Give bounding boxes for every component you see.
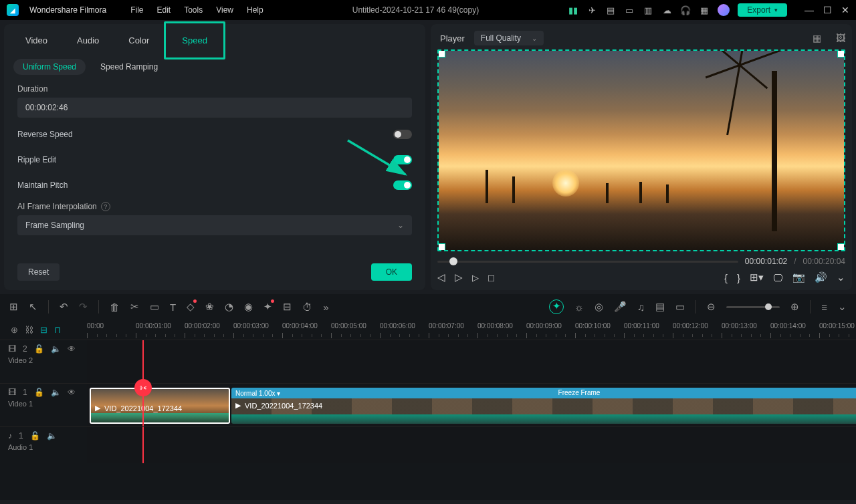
scrub-bar[interactable] [437, 261, 738, 263]
crop-icon[interactable]: ▭ [150, 301, 159, 313]
volume-icon[interactable]: 🔊 [815, 271, 827, 283]
reset-button[interactable]: Reset [17, 263, 60, 281]
mic-icon[interactable]: 🎤 [614, 301, 627, 313]
mark-in-icon[interactable]: { [724, 272, 728, 283]
shield-icon[interactable]: ◎ [595, 301, 603, 313]
color-icon[interactable]: ◉ [244, 301, 253, 313]
link-icon[interactable]: ⛓ [25, 325, 33, 335]
track-content[interactable]: ▶ VID_20221004_172344 Normal 1.00x ▾ Fre… [87, 384, 856, 426]
sub-tab-speed-ramping[interactable]: Speed Ramping [91, 59, 167, 75]
play-forward-button[interactable]: ▷ [472, 273, 479, 283]
clip-freeze[interactable]: Normal 1.00x ▾ Freeze Frame Normal 1.00x… [231, 388, 856, 424]
menu-help[interactable]: Help [247, 5, 263, 15]
playhead[interactable] [142, 427, 144, 463]
cloud-icon[interactable]: ☁ [661, 5, 672, 15]
display-icon[interactable]: 🖵 [773, 272, 783, 283]
ai-assist-icon[interactable]: ✦ [549, 299, 564, 314]
stop-button[interactable]: □ [488, 272, 494, 283]
mute-icon[interactable]: 🔈 [47, 431, 57, 440]
quality-selector[interactable]: Full Quality ⌄ [474, 31, 544, 45]
lock-icon[interactable]: 🔓 [30, 431, 40, 440]
text-icon[interactable]: T [170, 301, 176, 313]
music-icon[interactable]: ♫ [637, 301, 645, 313]
mute-icon[interactable]: 🔈 [51, 388, 61, 397]
layout-icon[interactable]: ▥ [643, 5, 653, 15]
track-content[interactable]: ✂ [87, 340, 856, 383]
resize-handle[interactable] [437, 243, 445, 251]
sub-tab-uniform-speed[interactable]: Uniform Speed [13, 59, 86, 75]
shape-icon[interactable]: ◇ [187, 301, 195, 313]
tool-layout-icon[interactable]: ⊞ [9, 301, 18, 313]
magnet-icon[interactable]: ⊓ [54, 325, 61, 335]
mark-out-icon[interactable]: } [737, 272, 740, 283]
template-icon[interactable]: ▤ [605, 5, 616, 15]
more-tools-icon[interactable]: » [323, 301, 328, 313]
timeline-ruler[interactable]: 00:0000:00:01:0000:00:02:0000:00:03:0000… [87, 320, 856, 340]
help-icon[interactable]: ? [101, 202, 110, 211]
maximize-button[interactable]: ☐ [823, 5, 832, 15]
mute-icon[interactable]: 🔈 [51, 344, 61, 354]
maintain-pitch-toggle[interactable] [393, 180, 412, 190]
redo-icon[interactable]: ↷ [79, 301, 88, 313]
resize-handle[interactable] [837, 49, 845, 57]
lock-icon[interactable]: 🔓 [34, 388, 44, 397]
eye-icon[interactable]: 👁 [68, 388, 76, 397]
screen-icon[interactable]: ▭ [624, 5, 635, 15]
profile-avatar[interactable] [718, 4, 730, 16]
close-button[interactable]: ✕ [841, 5, 849, 15]
ok-button[interactable]: OK [371, 263, 412, 281]
track-content[interactable] [87, 427, 856, 463]
scissors-icon[interactable]: ✂ [130, 301, 139, 313]
duration-input[interactable]: 00:00:02:46 [17, 98, 412, 118]
tab-audio[interactable]: Audio [62, 29, 114, 52]
reverse-speed-toggle[interactable] [393, 130, 412, 139]
marker-rect-icon[interactable]: ▭ [675, 301, 685, 313]
apps-icon[interactable]: ▦ [699, 5, 710, 15]
ratio-icon[interactable]: ⊞▾ [750, 271, 764, 283]
eye-icon[interactable]: 👁 [68, 344, 76, 354]
play-button[interactable]: ▷ [455, 271, 463, 283]
timer-icon[interactable]: ⏱ [302, 301, 312, 313]
minimize-button[interactable]: — [805, 5, 814, 15]
ai-interp-select[interactable]: Frame Sampling ⌄ [17, 215, 412, 235]
resize-handle[interactable] [837, 243, 845, 251]
chevron-down-icon[interactable]: ⌄ [838, 301, 847, 313]
send-icon[interactable]: ✈ [586, 5, 597, 15]
grid-icon[interactable]: ⊟ [283, 301, 292, 313]
zoom-in-icon[interactable]: ⊕ [790, 301, 799, 313]
lock-icon[interactable]: 🔓 [34, 344, 44, 354]
snapshot-icon[interactable]: 📷 [792, 271, 805, 283]
scrub-handle[interactable] [449, 257, 457, 265]
zoom-handle[interactable] [765, 303, 772, 310]
menu-tools[interactable]: Tools [184, 5, 203, 15]
tool-pointer-icon[interactable]: ↖ [29, 301, 37, 313]
effects-icon[interactable]: ❀ [205, 301, 214, 313]
resize-handle[interactable] [437, 49, 445, 57]
speed-icon[interactable]: ◔ [225, 301, 233, 313]
sun-icon[interactable]: ☼ [574, 301, 584, 313]
tab-color[interactable]: Color [114, 29, 164, 52]
ai-sparkle-icon[interactable]: ✦ [263, 301, 272, 313]
delete-icon[interactable]: 🗑 [110, 301, 120, 313]
playhead[interactable]: ✂ [142, 340, 144, 383]
zoom-slider[interactable] [726, 306, 780, 308]
snap-icon[interactable]: ⊟ [40, 325, 47, 335]
add-track-icon[interactable]: ⊕ [11, 325, 18, 335]
menu-edit[interactable]: Edit [157, 5, 171, 15]
gift-icon[interactable]: ▮▮ [568, 5, 578, 15]
playhead[interactable] [142, 384, 144, 426]
undo-icon[interactable]: ↶ [60, 301, 68, 313]
grid-view-icon[interactable]: ▦ [813, 33, 821, 43]
prev-frame-button[interactable]: ◁ [437, 271, 445, 283]
picture-view-icon[interactable]: 🖼 [836, 33, 845, 43]
clip-selected[interactable]: ▶ VID_20221004_172344 [90, 388, 230, 424]
export-button[interactable]: Export ▾ [738, 3, 787, 17]
mixer-icon[interactable]: ▤ [655, 301, 665, 313]
tab-video[interactable]: Video [11, 29, 62, 52]
zoom-out-icon[interactable]: ⊖ [707, 301, 716, 313]
menu-file[interactable]: File [130, 5, 143, 15]
preview-viewport[interactable] [437, 49, 845, 251]
list-view-icon[interactable]: ≡ [821, 301, 827, 313]
ripple-edit-toggle[interactable] [393, 155, 412, 164]
headphones-icon[interactable]: 🎧 [680, 5, 691, 15]
